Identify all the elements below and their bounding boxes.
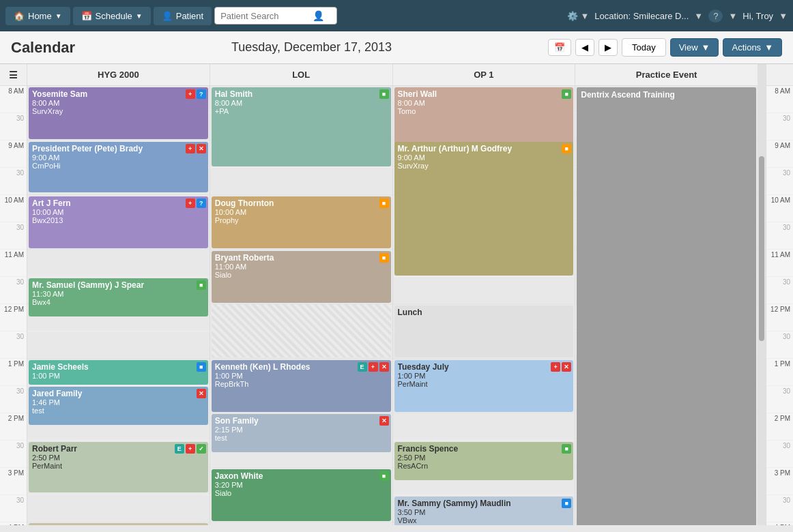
user-greeting[interactable]: Hi, Troy xyxy=(742,11,773,21)
help-button[interactable]: ? xyxy=(708,10,723,23)
appt-hyg-scheels[interactable]: Jamie Scheels 1:00 PM ■ xyxy=(29,360,208,385)
next-day-button[interactable]: ▶ xyxy=(599,39,618,56)
appt-icon-x: ✕ xyxy=(379,362,389,372)
appt-icon-square: ■ xyxy=(379,253,389,263)
lol-grid: Hal Smith 8:00 AM +PA ■ Doug Thornton 10… xyxy=(210,86,392,525)
time-label-1130: 30 xyxy=(0,277,27,304)
provider-col-practice: Practice Event Dentrix Ascend Trainin xyxy=(575,64,758,525)
time-label-830: 30 xyxy=(0,113,27,141)
settings-button[interactable]: ⚙️ ▼ xyxy=(567,11,589,21)
time-right-3pm: 3 PM xyxy=(766,468,793,495)
view-button[interactable]: View ▼ xyxy=(670,38,719,57)
location-label[interactable]: Location: Smilecare D... xyxy=(594,11,689,21)
appt-hyg-yosemite[interactable]: Yosemite Sam 8:00 AM SurvXray + ? xyxy=(29,87,208,139)
appt-lol-doug[interactable]: Doug Thornton 10:00 AM Prophy ■ xyxy=(212,196,391,248)
time-label-1pm: 1 PM xyxy=(0,359,27,386)
time-label-3pm: 3 PM xyxy=(0,468,27,495)
appt-icon-plus: + xyxy=(186,198,195,208)
appt-hyg-jessie[interactable]: Jessie White 4:20 PM ■ xyxy=(29,523,208,525)
appt-icon-plus: + xyxy=(186,89,195,99)
appt-op1-godfrey[interactable]: Mr. Arthur (Arthur) M Godfrey 9:00 AM Su… xyxy=(394,142,574,276)
appt-icon-x: ✕ xyxy=(197,144,206,153)
menu-icon[interactable]: ☰ xyxy=(3,64,23,86)
appt-hyg-brady[interactable]: President Peter (Pete) Brady 9:00 AM Crn… xyxy=(29,142,208,192)
schedule-icon: 📅 xyxy=(81,11,92,21)
hyg2000-grid: Yosemite Sam 8:00 AM SurvXray + ? Presid… xyxy=(27,86,210,525)
nav-right-area: ⚙️ ▼ Location: Smilecare D... ▼ ? ▼ Hi, … xyxy=(567,10,788,23)
time-right-1230: 30 xyxy=(766,331,793,359)
time-right-130: 30 xyxy=(766,386,793,413)
calendar-controls: 📅 ◀ ▶ Today View ▼ Actions ▼ xyxy=(548,38,782,57)
time-right-12pm: 12 PM xyxy=(766,304,793,331)
appt-lol-kenneth[interactable]: Kenneth (Ken) L Rhodes 1:00 PM RepBrkTh … xyxy=(212,360,391,412)
appt-lol-bryant[interactable]: Bryant Roberta 11:00 AM Sialo ■ xyxy=(212,251,391,303)
today-button[interactable]: Today xyxy=(622,38,666,57)
calendar-grid-button[interactable]: 📅 xyxy=(548,39,571,56)
patient-icon: 👤 xyxy=(162,11,173,21)
appt-op1-tuesday[interactable]: Tuesday July 1:00 PM PerMaint + ✕ xyxy=(394,360,574,412)
appt-icon-x: ✕ xyxy=(562,362,571,372)
time-right-8am: 8 AM xyxy=(766,86,793,113)
time-right-2pm: 2 PM xyxy=(766,413,793,441)
appt-icon-plus: + xyxy=(369,362,378,372)
time-label-330: 30 xyxy=(0,495,27,522)
appt-op1-lunch[interactable]: Lunch xyxy=(394,306,574,357)
help-caret-icon: ▼ xyxy=(728,11,737,21)
appt-icon-e: E xyxy=(175,444,184,454)
time-label-8am: 8 AM xyxy=(0,86,27,113)
time-right-230: 30 xyxy=(766,441,793,468)
appt-icon-square: ■ xyxy=(562,89,571,99)
provider-col-lol: LOL Hal Smith 8:00 AM xyxy=(210,64,393,525)
top-navigation: 🏠 Home ▼ 📅 Schedule ▼ 👤 Patient 👤 ⚙️ ▼ L… xyxy=(0,0,793,31)
appt-icon-e: E xyxy=(358,362,367,372)
appt-icon-x: ✕ xyxy=(379,416,389,426)
time-column-left: ☰ 8 AM 30 9 AM 30 10 AM 30 11 AM 30 12 P… xyxy=(0,64,27,525)
appt-lol-jaxon[interactable]: Jaxon White 3:20 PM Sialo ■ xyxy=(212,469,391,521)
search-input[interactable] xyxy=(220,11,309,21)
appt-icon-square: ■ xyxy=(197,280,206,290)
appt-icon-plus: + xyxy=(186,144,195,153)
appt-icon-question: ? xyxy=(197,198,206,208)
location-caret-icon: ▼ xyxy=(694,11,703,21)
appt-icon-square: ■ xyxy=(562,144,571,153)
prev-day-button[interactable]: ◀ xyxy=(575,39,594,56)
provider-header-lol: LOL xyxy=(210,64,392,86)
appt-hyg-jared[interactable]: Jared Family 1:46 PM test ✕ xyxy=(29,387,208,425)
op1-grid: Sheri Wall 8:00 AM Tomo ■ Mr. Arthur (Ar… xyxy=(393,86,575,525)
calendar-header: Calendar Tuesday, December 17, 2013 📅 ◀ … xyxy=(0,31,793,64)
time-label-1030: 30 xyxy=(0,222,27,250)
providers-area: HYG 2000 Yosemite Sam xyxy=(27,64,758,525)
provider-col-hyg2000: HYG 2000 Yosemite Sam xyxy=(27,64,210,525)
appt-lol-son[interactable]: Son Family 2:15 PM test ✕ xyxy=(212,414,391,452)
appt-icon-plus: + xyxy=(186,444,195,454)
appt-icon-square: ■ xyxy=(197,362,206,372)
appt-hyg-fern[interactable]: Art J Fern 10:00 AM Bwx2013 + ? xyxy=(29,196,208,248)
calendar-date: Tuesday, December 17, 2013 xyxy=(83,40,540,55)
time-label-4pm: 4 PM xyxy=(0,522,27,525)
actions-button[interactable]: Actions ▼ xyxy=(723,38,782,57)
appt-icon-x: ✕ xyxy=(197,389,206,398)
search-icon: 👤 xyxy=(313,10,324,21)
time-right-930: 30 xyxy=(766,168,793,195)
appt-practice-training[interactable]: Dentrix Ascend Training xyxy=(577,87,756,525)
home-caret-icon: ▼ xyxy=(55,12,62,20)
time-label-2pm: 2 PM xyxy=(0,413,27,441)
home-icon: 🏠 xyxy=(14,11,25,21)
schedule-button[interactable]: 📅 Schedule ▼ xyxy=(73,7,151,25)
appt-hyg-parr[interactable]: Robert Parr 2:50 PM PerMaint E + ✓ xyxy=(29,442,208,492)
home-button[interactable]: 🏠 Home ▼ xyxy=(5,7,70,25)
appt-lol-hal[interactable]: Hal Smith 8:00 AM +PA ■ xyxy=(212,87,391,166)
time-right-830: 30 xyxy=(766,113,793,141)
scroll-thumb[interactable] xyxy=(759,156,764,340)
appt-hyg-spear[interactable]: Mr. Samuel (Sammy) J Spear 11:30 AM Bwx4… xyxy=(29,278,208,316)
patient-button[interactable]: 👤 Patient xyxy=(154,7,212,25)
time-label-930: 30 xyxy=(0,168,27,195)
time-right-330: 30 xyxy=(766,495,793,522)
appt-op1-francis[interactable]: Francis Spence 2:50 PM ResACrn ■ xyxy=(394,442,574,480)
appt-op1-maudlin[interactable]: Mr. Sammy (Sammy) Maudlin 3:50 PM VBwx ■ xyxy=(394,497,574,525)
appt-icon-check: ✓ xyxy=(197,444,206,454)
scrollbar[interactable] xyxy=(758,64,766,525)
appt-icon-square: ■ xyxy=(379,89,389,99)
appt-icon-square: ■ xyxy=(562,444,571,454)
appt-icon-question: ? xyxy=(197,89,206,99)
